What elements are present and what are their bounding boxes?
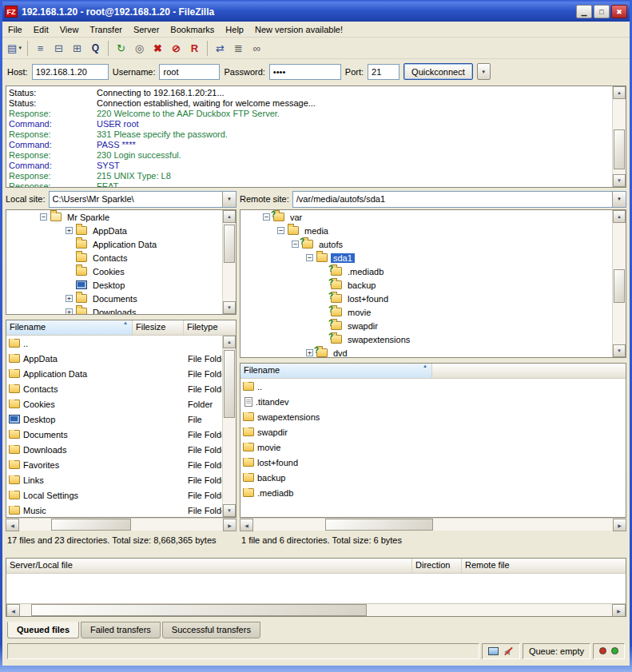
monitor-icon[interactable] bbox=[488, 647, 499, 655]
expand-icon[interactable] bbox=[66, 308, 73, 315]
horizontal-scrollbar[interactable] bbox=[6, 603, 626, 616]
column-header-server-local-file[interactable]: Server/Local file bbox=[6, 559, 412, 573]
find-files-button[interactable]: ∞ bbox=[248, 39, 266, 57]
message-log[interactable]: Status:Connecting to 192.168.1.20:21... … bbox=[6, 85, 626, 188]
host-input[interactable] bbox=[32, 64, 109, 80]
file-row[interactable]: MusicFile Folder bbox=[6, 503, 236, 518]
titlebar[interactable]: FZ 192.168.1.20 - root@192.168.1.20 - Fi… bbox=[2, 2, 630, 22]
tree-item-mr-sparkle[interactable]: Mr Sparkle bbox=[6, 210, 236, 224]
file-row[interactable]: FavoritesFile Folder bbox=[6, 457, 236, 472]
remote-file-list[interactable]: Filename .. .titandev swapextensions swa… bbox=[240, 363, 626, 518]
combo-dropdown-icon[interactable] bbox=[222, 192, 236, 207]
file-row[interactable]: .. bbox=[240, 379, 626, 394]
scrollbar-thumb[interactable] bbox=[51, 519, 131, 531]
collapse-icon[interactable] bbox=[277, 227, 284, 234]
remote-directory-tree[interactable]: var media autofs sda1 .mediadb backup lo… bbox=[240, 209, 626, 358]
scroll-left-icon[interactable] bbox=[6, 519, 19, 531]
file-row[interactable]: swapdir bbox=[240, 424, 626, 439]
quickconnect-button[interactable]: Quickconnect bbox=[403, 63, 473, 80]
tree-item-media[interactable]: media bbox=[240, 224, 626, 237]
tree-item-var[interactable]: var bbox=[240, 210, 626, 224]
expand-icon[interactable] bbox=[306, 349, 313, 356]
reconnect-button[interactable]: R bbox=[185, 39, 204, 57]
collapse-icon[interactable] bbox=[263, 213, 270, 221]
local-directory-tree[interactable]: Mr Sparkle AppData Application Data Cont… bbox=[6, 209, 237, 315]
tree-item-documents[interactable]: Documents bbox=[6, 292, 236, 305]
collapse-icon[interactable] bbox=[292, 241, 299, 248]
password-input[interactable] bbox=[269, 64, 341, 80]
refresh-button[interactable]: ↻ bbox=[112, 39, 130, 57]
local-site-input[interactable] bbox=[50, 192, 222, 207]
maximize-button[interactable]: □ bbox=[594, 5, 610, 18]
tree-item-backup[interactable]: backup bbox=[240, 278, 626, 292]
file-row[interactable]: AppDataFile Folder bbox=[6, 351, 236, 366]
horizontal-scrollbar[interactable] bbox=[6, 518, 237, 531]
site-manager-button[interactable]: ▤▼ bbox=[6, 39, 24, 57]
menu-file[interactable]: File bbox=[2, 23, 28, 36]
scroll-up-icon[interactable] bbox=[613, 210, 626, 223]
tree-item-dvd[interactable]: dvd bbox=[240, 346, 626, 358]
tree-item-application-data[interactable]: Application Data bbox=[6, 237, 236, 251]
menu-view[interactable]: View bbox=[54, 23, 85, 36]
transfer-queue[interactable]: Server/Local file Direction Remote file bbox=[6, 558, 626, 617]
scrollbar-thumb[interactable] bbox=[325, 519, 433, 531]
column-header-remote-file[interactable]: Remote file bbox=[462, 559, 626, 573]
local-treeview-toggle-button[interactable]: ⊟ bbox=[50, 39, 68, 57]
local-file-list[interactable]: Filename Filesize Filetype .. AppDataFil… bbox=[6, 320, 237, 518]
vertical-scrollbar[interactable] bbox=[222, 336, 236, 517]
scrollbar-thumb[interactable] bbox=[224, 350, 235, 418]
column-header-filetype[interactable]: Filetype bbox=[184, 320, 237, 335]
tree-item-autofs[interactable]: autofs bbox=[240, 237, 626, 251]
message-log-toggle-button[interactable]: ≡ bbox=[31, 39, 50, 57]
column-header-filename[interactable]: Filename bbox=[6, 320, 133, 335]
file-row[interactable]: Application DataFile Folder bbox=[6, 366, 236, 381]
menu-server[interactable]: Server bbox=[128, 23, 165, 36]
column-header-filename[interactable]: Filename bbox=[240, 364, 432, 378]
speaker-muted-icon[interactable] bbox=[503, 646, 514, 655]
transfer-queue-toggle-button[interactable]: Q bbox=[86, 39, 105, 57]
disconnect-button[interactable]: ⊘ bbox=[167, 39, 185, 57]
scroll-up-icon[interactable] bbox=[223, 336, 236, 348]
compare-directories-button[interactable]: ⇄ bbox=[211, 39, 229, 57]
scroll-down-icon[interactable] bbox=[223, 301, 236, 314]
synchronized-browsing-button[interactable]: ≣ bbox=[229, 39, 248, 57]
tree-item-swapdir[interactable]: swapdir bbox=[240, 319, 626, 332]
scrollbar-thumb[interactable] bbox=[224, 225, 235, 263]
file-row[interactable]: DesktopFile bbox=[6, 412, 236, 427]
file-row[interactable]: backup bbox=[240, 470, 626, 485]
file-row[interactable]: DocumentsFile Folder bbox=[6, 427, 236, 442]
tab-failed-transfers[interactable]: Failed transfers bbox=[81, 622, 161, 638]
scrollbar-thumb[interactable] bbox=[31, 604, 367, 616]
remote-site-combobox[interactable] bbox=[292, 191, 626, 208]
menu-new-version[interactable]: New version available! bbox=[249, 23, 348, 36]
file-row[interactable]: LinksFile Folder bbox=[6, 472, 236, 487]
collapse-icon[interactable] bbox=[40, 213, 47, 221]
tree-item-cookies[interactable]: Cookies bbox=[6, 264, 236, 278]
minimize-button[interactable]: ▁ bbox=[576, 5, 592, 18]
menu-bookmarks[interactable]: Bookmarks bbox=[165, 23, 220, 36]
tree-item-appdata[interactable]: AppData bbox=[6, 224, 236, 237]
menu-transfer[interactable]: Transfer bbox=[84, 23, 128, 36]
vertical-scrollbar[interactable] bbox=[612, 210, 626, 357]
column-header-direction[interactable]: Direction bbox=[412, 559, 462, 573]
tree-item-mediadb[interactable]: .mediadb bbox=[240, 264, 626, 278]
scroll-down-icon[interactable] bbox=[223, 504, 236, 517]
username-input[interactable] bbox=[159, 64, 220, 80]
port-input[interactable] bbox=[368, 64, 399, 80]
scroll-left-icon[interactable] bbox=[240, 519, 253, 531]
file-row[interactable]: swapextensions bbox=[240, 409, 626, 424]
scroll-up-icon[interactable] bbox=[223, 210, 236, 223]
quickconnect-dropdown-button[interactable] bbox=[477, 63, 491, 80]
scroll-left-icon[interactable] bbox=[6, 604, 20, 617]
file-row[interactable]: .. bbox=[6, 336, 236, 351]
scrollbar-thumb[interactable] bbox=[614, 129, 625, 169]
scrollbar-thumb[interactable] bbox=[614, 269, 625, 303]
scroll-down-icon[interactable] bbox=[613, 344, 626, 357]
tree-item-swapextensions[interactable]: swapextensions bbox=[240, 332, 626, 346]
tree-item-lost-found[interactable]: lost+found bbox=[240, 292, 626, 305]
vertical-scrollbar[interactable] bbox=[222, 210, 236, 314]
file-row[interactable]: ContactsFile Folder bbox=[6, 381, 236, 396]
cancel-button[interactable]: ✖ bbox=[149, 39, 167, 57]
file-row[interactable]: lost+found bbox=[240, 455, 626, 470]
scroll-right-icon[interactable] bbox=[223, 519, 237, 531]
